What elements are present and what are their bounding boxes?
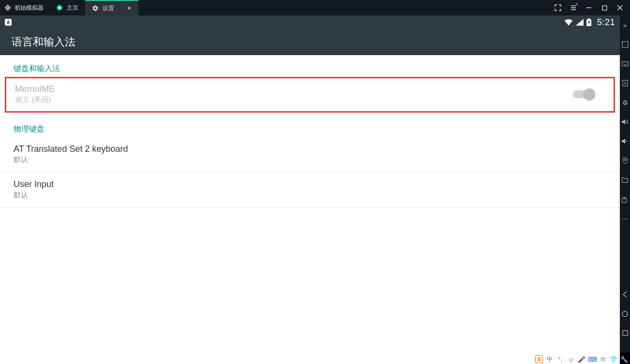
close-button[interactable] xyxy=(616,4,623,11)
physical-keyboard-item-userinput[interactable]: User Input 默认 xyxy=(0,173,620,208)
svg-point-13 xyxy=(622,311,628,317)
windows-taskbar: S 中 °, ☺ 🎤 ⌨ 🛠 👕 🔧 xyxy=(0,352,630,364)
item-subtitle: 英文 (美国) xyxy=(15,95,605,104)
ime-sogou-icon[interactable]: S xyxy=(535,355,543,363)
tab-settings[interactable]: 设置 ✕ xyxy=(85,0,138,15)
section-title-physical-keyboard: 物理键盘 xyxy=(0,113,620,137)
maximize-button[interactable] xyxy=(601,4,608,11)
tool-location-icon[interactable] xyxy=(621,157,629,164)
tool-more-icon[interactable]: ⋯ xyxy=(621,215,629,222)
tool-settings-icon[interactable]: ⚙ xyxy=(621,99,629,106)
tool-fullscreen-icon[interactable] xyxy=(621,41,629,48)
notification-dot-icon xyxy=(576,3,578,5)
tool-share-icon[interactable] xyxy=(621,195,629,203)
svg-rect-8 xyxy=(622,42,628,47)
ime-punct-icon[interactable]: °, xyxy=(556,355,564,363)
settings-content: 键盘和输入法 MemuIME 英文 (美国) 物理键盘 AT Translate… xyxy=(0,55,620,364)
ime-lang-icon[interactable]: 中 xyxy=(546,355,554,363)
status-clock: 5:21 xyxy=(597,17,615,28)
svg-rect-5 xyxy=(602,6,607,10)
minimize-button[interactable] xyxy=(585,4,592,11)
physical-keyboard-item-at[interactable]: AT Translated Set 2 keyboard 默认 xyxy=(0,137,620,173)
keyboard-indicator-icon: A xyxy=(5,19,12,26)
home-tab-icon xyxy=(56,4,63,11)
collapse-icon[interactable]: « xyxy=(621,21,629,29)
wifi-icon xyxy=(564,19,573,26)
ime-mic-icon[interactable]: 🎤 xyxy=(578,355,585,363)
window-controls xyxy=(555,4,630,11)
tab-home[interactable]: 主页 xyxy=(49,0,85,15)
app-logo-icon xyxy=(4,4,12,12)
nav-home-icon[interactable] xyxy=(621,310,629,318)
tab-settings-label: 设置 xyxy=(103,4,114,13)
nav-back-icon[interactable] xyxy=(621,291,629,298)
tool-file-icon[interactable] xyxy=(621,176,629,184)
titlebar-left: 初始模拟器 主页 设置 ✕ xyxy=(0,0,138,15)
svg-rect-14 xyxy=(623,331,628,335)
item-title: MemuIME xyxy=(15,84,605,94)
section-title-keyboard-ime: 键盘和输入法 xyxy=(0,55,620,77)
svg-point-11 xyxy=(624,159,626,160)
close-tab-icon[interactable]: ✕ xyxy=(127,5,132,12)
svg-rect-9 xyxy=(622,62,628,66)
tool-volume-down-icon[interactable] xyxy=(621,137,629,145)
gear-tab-icon xyxy=(92,5,99,12)
ime-emoji-icon[interactable]: ☺ xyxy=(567,355,575,363)
item-title: AT Translated Set 2 keyboard xyxy=(14,144,606,154)
item-title: User Input xyxy=(14,179,606,189)
status-icons: 5:21 xyxy=(564,17,615,28)
ime-toggle[interactable] xyxy=(573,90,594,98)
android-status-bar: A 5:21 xyxy=(0,15,620,29)
menu-icon[interactable] xyxy=(570,4,577,11)
tool-keyboard-icon[interactable] xyxy=(621,60,629,68)
system-tray: S 中 °, ☺ 🎤 ⌨ 🛠 👕 🔧 xyxy=(535,355,628,363)
ime-skin-icon[interactable]: 👕 xyxy=(610,355,617,363)
nav-recent-icon[interactable] xyxy=(621,329,629,337)
svg-point-4 xyxy=(59,7,61,9)
ime-tool1-icon[interactable]: 🛠 xyxy=(599,355,607,363)
window-titlebar: 初始模拟器 主页 设置 ✕ xyxy=(0,0,630,15)
highlighted-item: MemuIME 英文 (美国) xyxy=(5,77,615,113)
ime-toolbox-icon[interactable]: 🔧 xyxy=(620,355,628,363)
tool-install-icon[interactable] xyxy=(621,79,629,87)
battery-charging-icon xyxy=(586,18,591,26)
emulator-toolbar: « ⚙ ⋯ xyxy=(620,15,630,352)
signal-icon xyxy=(576,19,584,26)
ime-item-memuime[interactable]: MemuIME 英文 (美国) xyxy=(15,84,605,104)
page-title: 语言和输入法 xyxy=(0,29,620,55)
tab-home-label: 主页 xyxy=(67,4,78,12)
toggle-thumb-icon xyxy=(584,88,595,100)
fullscreen-icon[interactable] xyxy=(555,4,561,11)
ime-keyboard-icon[interactable]: ⌨ xyxy=(588,355,596,363)
svg-rect-7 xyxy=(588,18,590,19)
app-title: 初始模拟器 xyxy=(15,4,44,12)
tool-volume-up-icon[interactable] xyxy=(621,118,629,126)
item-subtitle: 默认 xyxy=(14,190,606,200)
item-subtitle: 默认 xyxy=(14,155,606,164)
